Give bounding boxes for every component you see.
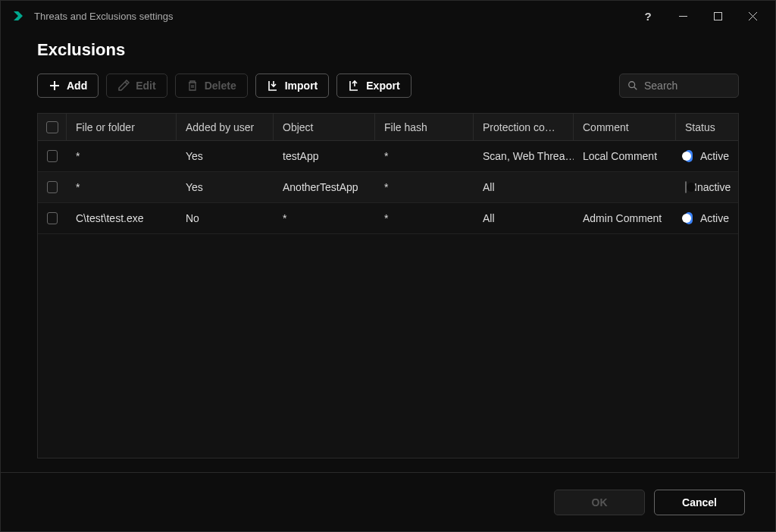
status-label: Inactive [694, 181, 731, 193]
cell-hash: * [375, 203, 474, 233]
header-added[interactable]: Added by user [177, 114, 274, 140]
delete-button: Delete [175, 74, 248, 98]
status-label: Active [700, 150, 729, 162]
row-checkbox[interactable] [47, 181, 58, 193]
cell-protection: All [474, 203, 574, 233]
cell-file: * [67, 172, 177, 202]
content-area: Exclusions Add Edit Delete Import Export [1, 31, 775, 472]
status-toggle[interactable] [685, 150, 693, 162]
cancel-button[interactable]: Cancel [654, 490, 745, 515]
export-icon [348, 80, 360, 92]
cell-status: Active [676, 141, 738, 171]
svg-point-6 [629, 82, 635, 88]
help-button[interactable]: ? [631, 4, 665, 28]
cell-object: testApp [274, 141, 375, 171]
status-toggle[interactable] [685, 181, 687, 193]
titlebar: Threats and Exclusions settings ? [1, 1, 775, 31]
header-hash[interactable]: File hash [375, 114, 474, 140]
cell-object: * [274, 203, 375, 233]
search-icon [627, 80, 638, 91]
select-all-checkbox[interactable] [46, 121, 58, 133]
export-label: Export [366, 80, 399, 92]
plus-icon [48, 80, 61, 92]
header-file[interactable]: File or folder [67, 114, 177, 140]
add-label: Add [67, 80, 87, 92]
settings-window: Threats and Exclusions settings ? Exclus… [0, 0, 776, 532]
search-input[interactable] [644, 80, 731, 92]
ok-button: OK [554, 490, 645, 515]
cell-comment [574, 172, 676, 202]
exclusions-table: File or folder Added by user Object File… [37, 113, 739, 458]
pencil-icon [117, 80, 130, 92]
cell-added: No [177, 203, 274, 233]
row-checkbox[interactable] [47, 150, 58, 162]
cell-status: Inactive [676, 172, 738, 202]
cell-hash: * [375, 172, 474, 202]
page-title: Exclusions [37, 40, 739, 60]
svg-line-7 [634, 87, 637, 90]
table-row[interactable]: C\test\test.exe No * * All Admin Comment… [38, 203, 738, 234]
header-object[interactable]: Object [274, 114, 375, 140]
cell-protection: Scan, Web Threa… [474, 141, 574, 171]
cell-file: C\test\test.exe [67, 203, 177, 233]
import-button[interactable]: Import [255, 74, 330, 98]
cell-hash: * [375, 141, 474, 171]
cell-file: * [67, 141, 177, 171]
delete-label: Delete [205, 80, 236, 92]
edit-label: Edit [136, 80, 155, 92]
cell-object: AnotherTestApp [274, 172, 375, 202]
window-title: Threats and Exclusions settings [34, 11, 631, 22]
table-row[interactable]: * Yes testApp * Scan, Web Threa… Local C… [38, 141, 738, 172]
window-controls: ? [631, 4, 769, 28]
cell-comment: Admin Comment [574, 203, 676, 233]
toolbar: Add Edit Delete Import Export [37, 74, 739, 98]
app-logo-icon [11, 9, 25, 23]
table-body: * Yes testApp * Scan, Web Threa… Local C… [38, 141, 738, 234]
svg-rect-1 [714, 12, 721, 20]
minimize-button[interactable] [666, 4, 699, 28]
table-header: File or folder Added by user Object File… [38, 114, 738, 141]
cell-comment: Local Comment [574, 141, 676, 171]
edit-button: Edit [106, 74, 167, 98]
status-label: Active [700, 212, 729, 224]
header-comment[interactable]: Comment [574, 114, 676, 140]
cell-status: Active [676, 203, 738, 233]
cell-protection: All [474, 172, 574, 202]
cell-added: Yes [177, 141, 274, 171]
header-protection[interactable]: Protection co… [474, 114, 574, 140]
status-toggle[interactable] [685, 212, 693, 224]
trash-icon [186, 80, 199, 92]
import-label: Import [285, 80, 318, 92]
table-row[interactable]: * Yes AnotherTestApp * All Inactive [38, 172, 738, 203]
row-checkbox[interactable] [47, 212, 58, 224]
close-button[interactable] [736, 4, 769, 28]
add-button[interactable]: Add [37, 74, 99, 98]
search-box[interactable] [619, 74, 739, 98]
cell-added: Yes [177, 172, 274, 202]
header-checkbox-col [38, 114, 67, 140]
import-icon [267, 80, 279, 92]
export-button[interactable]: Export [336, 74, 411, 98]
maximize-button[interactable] [701, 4, 734, 28]
footer: OK Cancel [1, 472, 775, 531]
header-status[interactable]: Status [676, 114, 738, 140]
